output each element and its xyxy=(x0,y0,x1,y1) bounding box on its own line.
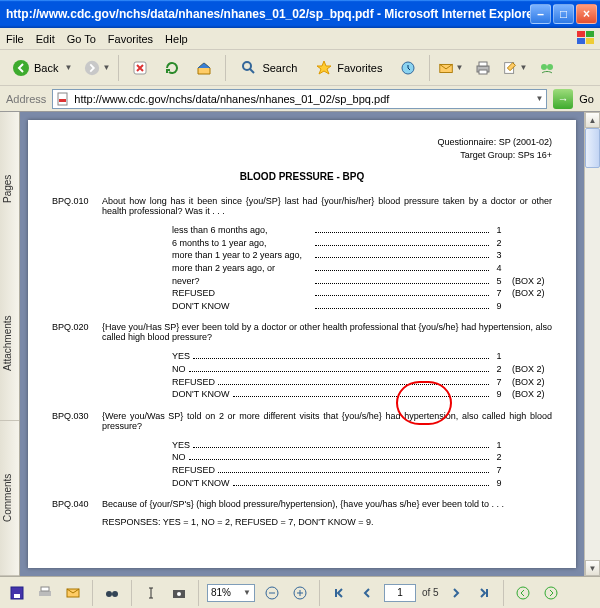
q-text: {Have you/Has SP} ever been told by a do… xyxy=(102,322,552,342)
answer-option: less than 6 months ago,1 xyxy=(172,224,552,237)
next-page-button[interactable] xyxy=(445,582,467,604)
email-button[interactable] xyxy=(62,582,84,604)
zoom-in-button[interactable] xyxy=(289,582,311,604)
back-button[interactable]: Back▼ xyxy=(6,55,78,81)
menu-file[interactable]: File xyxy=(6,33,24,45)
plus-icon xyxy=(292,585,308,601)
history-button[interactable] xyxy=(395,55,421,81)
answer-option: DON'T KNOW9(BOX 2) xyxy=(172,388,552,401)
snapshot-button[interactable] xyxy=(168,582,190,604)
menu-bar: File Edit Go To Favorites Help xyxy=(0,28,600,50)
pdf-doc-icon xyxy=(56,92,70,106)
q-code: BPQ.030 xyxy=(52,411,102,431)
answer-option: more than 1 year to 2 years ago,3 xyxy=(172,249,552,262)
answer-option: more than 2 years ago, or4 xyxy=(172,262,552,275)
forward-button[interactable]: ▼ xyxy=(84,55,110,81)
answer-option: DON'T KNOW9 xyxy=(172,300,552,313)
favorites-button[interactable]: Favorites xyxy=(309,55,388,81)
svg-rect-11 xyxy=(479,62,487,66)
address-input[interactable]: http://www.cdc.gov/nchs/data/nhanes/nhan… xyxy=(52,89,547,109)
menu-goto[interactable]: Go To xyxy=(67,33,96,45)
answer-option: DON'T KNOW9 xyxy=(172,477,552,490)
print-icon xyxy=(37,585,53,601)
search-button[interactable]: Search xyxy=(234,55,303,81)
dropdown-icon: ▼ xyxy=(64,63,72,72)
menu-favorites[interactable]: Favorites xyxy=(108,33,153,45)
scroll-down-icon[interactable]: ▼ xyxy=(585,560,600,576)
refresh-button[interactable] xyxy=(159,55,185,81)
zoom-level[interactable]: 81%▼ xyxy=(207,584,255,602)
svg-rect-21 xyxy=(41,587,49,591)
save-button[interactable] xyxy=(6,582,28,604)
messenger-icon xyxy=(538,59,556,77)
print-icon xyxy=(474,59,492,77)
go-arrow-icon: → xyxy=(558,93,569,105)
q-responses: RESPONSES: YES = 1, NO = 2, REFUSED = 7,… xyxy=(102,517,552,527)
nav-back-button[interactable] xyxy=(512,582,534,604)
q-text: Because of {your/SP's} (high blood press… xyxy=(102,499,552,509)
svg-point-29 xyxy=(517,587,529,599)
sidetab-pages[interactable]: Pages xyxy=(0,112,19,266)
maximize-button[interactable]: □ xyxy=(553,4,574,24)
prev-icon xyxy=(359,585,375,601)
doc-header-questionnaire: Questionnaire: SP (2001-02) xyxy=(52,136,552,149)
address-label: Address xyxy=(6,93,46,105)
history-icon xyxy=(399,59,417,77)
sidetab-comments[interactable]: Comments xyxy=(0,421,19,576)
print-button[interactable] xyxy=(34,582,56,604)
print-button[interactable] xyxy=(470,55,496,81)
last-page-button[interactable] xyxy=(473,582,495,604)
windows-flag-icon xyxy=(576,30,596,46)
prev-page-button[interactable] xyxy=(356,582,378,604)
scroll-up-icon[interactable]: ▲ xyxy=(585,112,600,128)
answer-option: 6 months to 1 year ago,2 xyxy=(172,237,552,250)
refresh-icon xyxy=(163,59,181,77)
messenger-button[interactable] xyxy=(534,55,560,81)
doc-title: BLOOD PRESSURE - BPQ xyxy=(52,171,552,182)
minimize-button[interactable]: – xyxy=(530,4,551,24)
stop-button[interactable] xyxy=(127,55,153,81)
pencil-icon xyxy=(502,59,518,77)
envelope-icon xyxy=(65,585,81,601)
dropdown-icon[interactable]: ▼ xyxy=(535,94,543,103)
page-number-input[interactable]: 1 xyxy=(384,584,416,602)
home-button[interactable] xyxy=(191,55,217,81)
answer-option: REFUSED7(BOX 2) xyxy=(172,376,552,389)
mail-button[interactable]: ▼ xyxy=(438,55,464,81)
menu-help[interactable]: Help xyxy=(165,33,188,45)
answer-option: REFUSED7 xyxy=(172,464,552,477)
find-button[interactable] xyxy=(101,582,123,604)
scroll-thumb[interactable] xyxy=(585,128,600,168)
nav-forward-button[interactable] xyxy=(540,582,562,604)
scrollbar-vertical[interactable]: ▲ ▼ xyxy=(584,112,600,576)
pdf-viewport: Questionnaire: SP (2001-02) Target Group… xyxy=(20,112,584,576)
svg-point-5 xyxy=(85,60,99,74)
disk-icon xyxy=(9,585,25,601)
svg-rect-3 xyxy=(586,38,594,44)
binoculars-icon xyxy=(104,585,120,601)
page-count: of 5 xyxy=(422,587,439,598)
q-code: BPQ.010 xyxy=(52,196,102,216)
first-page-button[interactable] xyxy=(328,582,350,604)
doc-header-target: Target Group: SPs 16+ xyxy=(52,149,552,162)
answer-option: never?5(BOX 2) xyxy=(172,275,552,288)
circle-left-icon xyxy=(515,585,531,601)
svg-rect-20 xyxy=(39,591,51,596)
svg-point-14 xyxy=(541,64,547,70)
svg-rect-17 xyxy=(59,99,66,102)
menu-edit[interactable]: Edit xyxy=(36,33,55,45)
window-titlebar: http://www.cdc.gov/nchs/data/nhanes/nhan… xyxy=(0,0,600,28)
circle-right-icon xyxy=(543,585,559,601)
close-button[interactable]: × xyxy=(576,4,597,24)
address-url: http://www.cdc.gov/nchs/data/nhanes/nhan… xyxy=(74,93,533,105)
minus-icon xyxy=(264,585,280,601)
home-icon xyxy=(195,59,213,77)
star-icon xyxy=(315,59,333,77)
select-text-button[interactable] xyxy=(140,582,162,604)
svg-point-26 xyxy=(177,592,181,596)
go-button[interactable]: → xyxy=(553,89,573,109)
zoom-out-button[interactable] xyxy=(261,582,283,604)
q-text: About how long has it been since {you/SP… xyxy=(102,196,552,216)
sidetab-attachments[interactable]: Attachments xyxy=(0,266,19,421)
edit-button[interactable]: ▼ xyxy=(502,55,528,81)
